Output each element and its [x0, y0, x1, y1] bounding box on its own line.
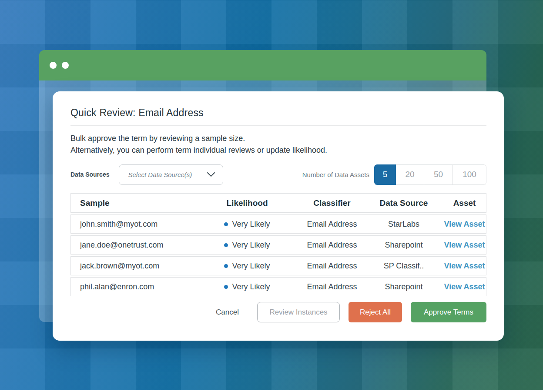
classifier-cell: Email Address: [299, 261, 365, 271]
likelihood-dot-icon: [224, 264, 228, 268]
header-sample: Sample: [71, 198, 195, 208]
segment-option-5[interactable]: 5: [374, 164, 396, 185]
description-line-2: Alternatively, you can perform term indi…: [70, 144, 486, 156]
sample-review-table: Sample Likelihood Classifier Data Source…: [70, 193, 486, 296]
title-divider: [70, 125, 486, 126]
likelihood-cell: Very Likely: [195, 282, 299, 291]
view-asset-link[interactable]: View Asset: [444, 241, 485, 249]
table-row: jane.doe@onetrust.com Very Likely Email …: [70, 235, 486, 255]
controls-row: Data Sources Select Data Source(s) Numbe…: [70, 164, 486, 185]
data-sources-label: Data Sources: [70, 171, 109, 178]
table-row: john.smith@myot.com Very Likely Email Ad…: [70, 214, 486, 234]
bottom-white-strip: [0, 390, 543, 392]
header-classifier: Classifier: [299, 198, 365, 208]
view-asset-link[interactable]: View Asset: [444, 282, 485, 291]
window-controls: [50, 62, 69, 69]
likelihood-dot-icon: [224, 285, 228, 289]
data-source-cell: StarLabs: [365, 220, 443, 229]
likelihood-label: Very Likely: [232, 220, 270, 229]
likelihood-dot-icon: [224, 243, 228, 247]
data-source-select[interactable]: Select Data Source(s): [119, 164, 223, 185]
window-dot-icon: [62, 62, 69, 69]
classifier-cell: Email Address: [299, 241, 365, 250]
segment-option-50[interactable]: 50: [424, 164, 453, 185]
classifier-cell: Email Address: [299, 282, 365, 291]
data-source-cell: Sharepoint: [365, 282, 443, 291]
window-title-bar: [39, 50, 486, 80]
data-source-placeholder: Select Data Source(s): [128, 171, 192, 178]
table-header-row: Sample Likelihood Classifier Data Source…: [70, 193, 486, 213]
table-row: phil.alan@enron.com Very Likely Email Ad…: [70, 277, 486, 296]
data-source-cell: SP Classif..: [365, 261, 443, 271]
likelihood-dot-icon: [224, 222, 228, 226]
classifier-cell: Email Address: [299, 220, 365, 229]
likelihood-label: Very Likely: [232, 241, 270, 250]
cancel-button[interactable]: Cancel: [211, 302, 243, 322]
view-asset-link[interactable]: View Asset: [444, 261, 485, 270]
data-source-cell: Sharepoint: [365, 241, 443, 250]
header-asset: Asset: [443, 198, 486, 208]
segment-option-20[interactable]: 20: [396, 164, 424, 185]
sample-cell: phil.alan@enron.com: [71, 282, 195, 291]
segment-option-100[interactable]: 100: [453, 164, 486, 185]
review-instances-button[interactable]: Review Instances: [257, 302, 340, 322]
header-likelihood: Likelihood: [195, 198, 299, 208]
likelihood-label: Very Likely: [232, 261, 270, 271]
header-data-source: Data Source: [365, 198, 443, 208]
modal-title: Quick Review: Email Address: [70, 107, 486, 119]
sample-cell: jane.doe@onetrust.com: [71, 241, 195, 250]
likelihood-cell: Very Likely: [195, 240, 299, 250]
data-assets-segmented-control: 5 20 50 100: [374, 164, 486, 185]
number-of-data-assets-label: Number of Data Assets: [302, 171, 369, 178]
description-line-1: Bulk approve the term by reviewing a sam…: [70, 133, 486, 144]
window-dot-icon: [50, 62, 57, 69]
reject-all-button[interactable]: Reject All: [349, 302, 402, 322]
view-asset-link[interactable]: View Asset: [444, 220, 485, 228]
modal-description: Bulk approve the term by reviewing a sam…: [70, 133, 486, 156]
table-row: jack.brown@myot.com Very Likely Email Ad…: [70, 256, 486, 275]
approve-terms-button[interactable]: Approve Terms: [411, 302, 486, 322]
sample-cell: john.smith@myot.com: [71, 220, 195, 229]
sample-cell: jack.brown@myot.com: [71, 261, 195, 271]
likelihood-cell: Very Likely: [195, 261, 299, 271]
likelihood-cell: Very Likely: [195, 219, 299, 229]
quick-review-modal: Quick Review: Email Address Bulk approve…: [53, 91, 504, 341]
likelihood-label: Very Likely: [232, 282, 270, 291]
modal-footer: Cancel Review Instances Reject All Appro…: [70, 302, 486, 322]
chevron-down-icon: [207, 172, 215, 177]
